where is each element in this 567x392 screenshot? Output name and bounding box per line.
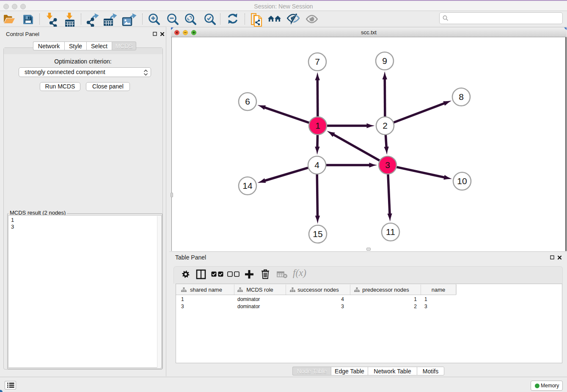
svg-text:11: 11	[386, 227, 395, 237]
svg-text:6: 6	[245, 97, 250, 106]
svg-text:10: 10	[457, 176, 467, 186]
svg-text:9: 9	[382, 56, 387, 66]
svg-text:7: 7	[315, 57, 320, 66]
svg-text:1: 1	[315, 121, 320, 130]
svg-text:4: 4	[314, 160, 319, 170]
svg-text:8: 8	[459, 92, 464, 102]
svg-text:15: 15	[313, 229, 322, 239]
svg-text:2: 2	[383, 121, 388, 130]
svg-text:3: 3	[385, 160, 390, 170]
svg-text:14: 14	[242, 181, 253, 190]
